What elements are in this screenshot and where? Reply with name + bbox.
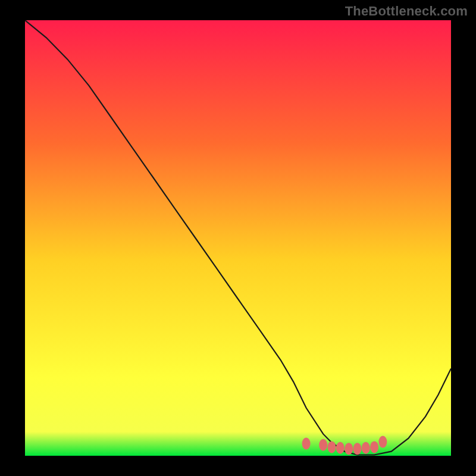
attribution-label: TheBottleneck.com	[345, 4, 468, 19]
chart-svg	[25, 20, 451, 456]
chart-marker	[319, 439, 327, 451]
chart-frame: TheBottleneck.com	[0, 0, 476, 476]
chart-marker	[370, 441, 378, 453]
chart-marker	[328, 441, 336, 453]
chart-plot-area	[25, 20, 451, 456]
chart-marker	[345, 443, 353, 455]
chart-marker	[336, 442, 345, 454]
chart-marker	[362, 442, 370, 454]
chart-marker	[302, 438, 311, 450]
chart-marker	[378, 436, 387, 448]
chart-marker	[353, 443, 362, 455]
